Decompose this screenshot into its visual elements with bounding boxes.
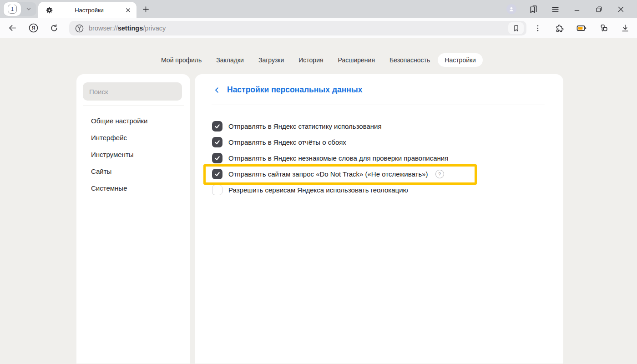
tab-group-control[interactable]: 1: [4, 2, 36, 16]
plus-icon: [142, 5, 150, 13]
nav-tab-downloads[interactable]: Загрузки: [252, 53, 291, 67]
active-tab[interactable]: Настройки: [38, 2, 136, 18]
nav-tab-settings[interactable]: Настройки: [438, 53, 483, 67]
settings-sidebar: Общие настройки Интерфейс Инструменты Са…: [76, 74, 190, 364]
hamburger-menu-icon: [551, 5, 560, 14]
add-bookmark-button[interactable]: [508, 22, 524, 34]
url-host: settings: [118, 25, 143, 32]
chevron-down-icon: [25, 6, 32, 12]
sidebar-item-tools[interactable]: Инструменты: [76, 146, 190, 163]
settings-page: Мой профиль Закладки Загрузки История Ра…: [0, 38, 637, 364]
nav-tab-bookmarks[interactable]: Закладки: [209, 53, 251, 67]
checkbox-usage-stats[interactable]: [212, 121, 222, 131]
setting-row-geolocation: Разрешить сервисам Яндекса использовать …: [195, 182, 563, 198]
search-input[interactable]: [83, 82, 182, 101]
url-path: /privacy: [143, 25, 166, 32]
minimize-icon: [573, 5, 581, 13]
back-arrow-icon: [8, 23, 17, 33]
restore-window-icon: [595, 5, 603, 13]
person-icon: [508, 6, 515, 12]
tab-list-dropdown[interactable]: [21, 6, 36, 12]
check-icon: [214, 139, 220, 145]
profile-avatar-button[interactable]: [500, 0, 522, 18]
refresh-button[interactable]: [44, 18, 65, 38]
bookmarks-panel-button[interactable]: [522, 0, 544, 18]
url-text[interactable]: browser://settings/privacy: [89, 25, 508, 32]
minimize-button[interactable]: [566, 0, 588, 18]
setting-label: Отправлять в Яндекс отчёты о сбоях: [228, 138, 346, 146]
nav-tab-profile[interactable]: Мой профиль: [154, 53, 208, 67]
close-window-button[interactable]: [610, 0, 632, 18]
key-tag-icon: [598, 23, 608, 33]
checkbox-geolocation[interactable]: [212, 185, 222, 195]
check-icon: [214, 155, 220, 161]
sidebar-item-interface[interactable]: Интерфейс: [76, 129, 190, 146]
settings-main-panel: Настройки персональных данных Отправлять…: [195, 74, 563, 364]
nav-tab-history[interactable]: История: [292, 53, 330, 67]
downloads-button[interactable]: [614, 18, 636, 38]
titlebar: 1 Настройки: [0, 0, 637, 18]
section-header: Настройки персональных данных: [213, 85, 363, 95]
toolbar: Я browser://settings/privacy: [0, 18, 637, 38]
header-divider: [212, 105, 545, 105]
setting-row-usage-stats: Отправлять в Яндекс статистику использов…: [195, 118, 563, 134]
svg-text:Я: Я: [31, 25, 35, 30]
sidebar-item-system[interactable]: Системные: [76, 180, 190, 197]
avatar: [506, 4, 516, 14]
nav-tab-security[interactable]: Безопасность: [383, 53, 437, 67]
back-chevron-icon[interactable]: [213, 86, 221, 94]
setting-label: Разрешить сервисам Яндекса использовать …: [228, 186, 408, 194]
checkbox-do-not-track[interactable]: [212, 169, 222, 179]
yandex-logo-icon: Я: [28, 23, 39, 33]
url-scheme: browser://: [89, 25, 118, 32]
setting-label: Отправлять в Яндекс незнакомые слова для…: [228, 154, 448, 162]
refresh-icon: [50, 24, 59, 33]
checkbox-list: Отправлять в Яндекс статистику использов…: [195, 118, 563, 198]
tab-title: Настройки: [53, 7, 125, 14]
sidebar-item-general[interactable]: Общие настройки: [76, 112, 190, 129]
help-icon[interactable]: ?: [435, 170, 444, 178]
tab-close-icon[interactable]: [125, 7, 131, 13]
sidebar-items: Общие настройки Интерфейс Инструменты Са…: [76, 112, 190, 197]
bookmarks-stack-icon: [529, 5, 538, 14]
checkbox-spellcheck-words[interactable]: [212, 153, 222, 163]
section-title[interactable]: Настройки персональных данных: [227, 85, 363, 95]
kebab-menu-icon: [534, 24, 542, 32]
nav-tab-extensions[interactable]: Расширения: [331, 53, 382, 67]
check-icon: [214, 171, 220, 177]
window-controls: [500, 0, 632, 18]
close-icon: [617, 5, 625, 13]
address-bar[interactable]: browser://settings/privacy: [69, 21, 526, 35]
yandex-home-button[interactable]: Я: [23, 18, 44, 38]
back-button[interactable]: [2, 18, 23, 38]
puzzle-icon: [555, 24, 565, 33]
sidebar-item-sites[interactable]: Сайты: [76, 163, 190, 180]
download-icon: [621, 24, 630, 33]
setting-row-spellcheck-words: Отправлять в Яндекс незнакомые слова для…: [195, 150, 563, 166]
setting-label: Отправлять в Яндекс статистику использов…: [228, 122, 382, 130]
battery-icon: [576, 23, 587, 34]
toolbar-right-icons: [527, 18, 636, 38]
settings-nav-tabs: Мой профиль Закладки Загрузки История Ра…: [0, 53, 637, 67]
setting-row-do-not-track: Отправлять сайтам запрос «Do Not Track» …: [195, 166, 563, 182]
extensions-button[interactable]: [549, 18, 571, 38]
checkbox-crash-reports[interactable]: [212, 137, 222, 147]
battery-saver-button[interactable]: [571, 18, 592, 38]
check-icon: [214, 123, 220, 129]
browser-menu-button[interactable]: [544, 0, 566, 18]
passwords-button[interactable]: [592, 18, 614, 38]
sidebar-divider: [83, 106, 184, 106]
setting-label: Отправлять сайтам запрос «Do Not Track» …: [228, 170, 428, 178]
new-tab-button[interactable]: [139, 4, 152, 15]
tab-count-badge: 1: [8, 5, 17, 14]
browser-window: 1 Настройки: [0, 0, 637, 364]
gear-favicon-icon: [46, 6, 53, 14]
tab-counter-button[interactable]: 1: [4, 2, 21, 16]
setting-row-crash-reports: Отправлять в Яндекс отчёты о сбоях: [195, 134, 563, 150]
more-options-button[interactable]: [527, 18, 549, 38]
protect-badge-icon: [75, 24, 84, 33]
restore-button[interactable]: [588, 0, 610, 18]
bookmark-flag-icon: [512, 25, 520, 32]
